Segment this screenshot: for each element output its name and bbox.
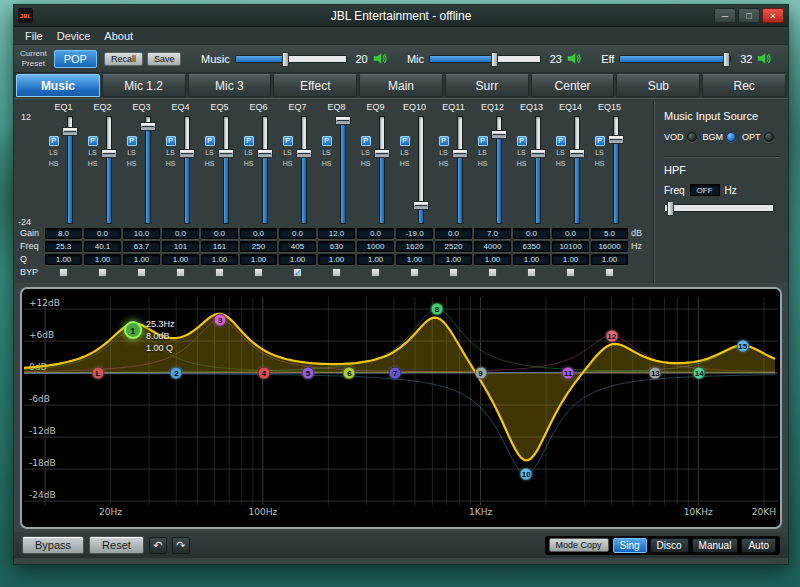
bypass-checkbox[interactable]: [98, 268, 107, 277]
filter-highshelf-button[interactable]: HS: [88, 160, 98, 168]
fader-handle[interactable]: [101, 149, 117, 158]
q-value-box[interactable]: 1.00: [201, 254, 238, 265]
gain-value-box[interactable]: 0.0: [435, 228, 472, 239]
filter-peak-button[interactable]: P: [361, 136, 371, 146]
source-vod[interactable]: VOD: [664, 132, 697, 142]
eq-gain-fader[interactable]: [294, 114, 314, 226]
filter-lowshelf-button[interactable]: LS: [517, 149, 526, 157]
fader-handle[interactable]: [491, 130, 507, 139]
reset-button[interactable]: Reset: [89, 536, 144, 554]
preset-value-button[interactable]: POP: [54, 50, 97, 68]
gain-value-box[interactable]: 0.0: [357, 228, 394, 239]
q-value-box[interactable]: 1.00: [357, 254, 394, 265]
filter-peak-button[interactable]: P: [244, 136, 254, 146]
q-value-box[interactable]: 1.00: [240, 254, 277, 265]
undo-icon[interactable]: ↶: [149, 537, 167, 554]
fader-handle[interactable]: [608, 135, 624, 144]
eq-point-15[interactable]: 15: [736, 340, 749, 353]
gain-value-box[interactable]: 0.0: [279, 228, 316, 239]
eq-gain-fader[interactable]: [567, 114, 587, 226]
filter-peak-button[interactable]: P: [166, 136, 176, 146]
bypass-checkbox[interactable]: [176, 268, 185, 277]
source-opt[interactable]: OPT: [742, 132, 774, 142]
eq-gain-fader[interactable]: [216, 114, 236, 226]
tab-mic-1-2[interactable]: Mic 1.2: [102, 74, 186, 97]
fader-handle[interactable]: [179, 149, 195, 158]
bypass-checkbox[interactable]: ✓: [293, 268, 302, 277]
freq-value-box[interactable]: 40.1: [84, 241, 121, 252]
source-bgm[interactable]: BGM: [703, 132, 737, 142]
eq-gain-fader[interactable]: [99, 114, 119, 226]
q-value-box[interactable]: 1.00: [123, 254, 160, 265]
q-value-box[interactable]: 1.00: [318, 254, 355, 265]
bypass-checkbox[interactable]: [332, 268, 341, 277]
freq-value-box[interactable]: 405: [279, 241, 316, 252]
filter-highshelf-button[interactable]: HS: [205, 160, 215, 168]
filter-lowshelf-button[interactable]: LS: [361, 149, 370, 157]
q-value-box[interactable]: 1.00: [162, 254, 199, 265]
filter-lowshelf-button[interactable]: LS: [283, 149, 292, 157]
eq-gain-fader[interactable]: [528, 114, 548, 226]
q-value-box[interactable]: 1.00: [279, 254, 316, 265]
fader-handle[interactable]: [218, 149, 234, 158]
q-value-box[interactable]: 1.00: [474, 254, 511, 265]
gain-value-box[interactable]: 0.0: [201, 228, 238, 239]
filter-peak-button[interactable]: P: [49, 136, 59, 146]
gain-value-box[interactable]: 0.0: [240, 228, 277, 239]
fader-handle[interactable]: [257, 149, 273, 158]
filter-lowshelf-button[interactable]: LS: [556, 149, 565, 157]
redo-icon[interactable]: ↷: [172, 537, 190, 554]
freq-value-box[interactable]: 250: [240, 241, 277, 252]
mode-sing[interactable]: Sing: [613, 538, 647, 553]
filter-peak-button[interactable]: P: [127, 136, 137, 146]
fader-handle[interactable]: [374, 149, 390, 158]
freq-value-box[interactable]: 1000: [357, 241, 394, 252]
eq-gain-fader[interactable]: [255, 114, 275, 226]
mode-manual[interactable]: Manual: [692, 538, 739, 553]
fader-handle[interactable]: [140, 122, 156, 131]
eq-gain-fader[interactable]: [450, 114, 470, 226]
gain-value-box[interactable]: 10.0: [123, 228, 160, 239]
filter-lowshelf-button[interactable]: LS: [88, 149, 97, 157]
filter-peak-button[interactable]: P: [556, 136, 566, 146]
freq-value-box[interactable]: 4000: [474, 241, 511, 252]
filter-lowshelf-button[interactable]: LS: [127, 149, 136, 157]
mode-auto[interactable]: Auto: [741, 538, 776, 553]
filter-lowshelf-button[interactable]: LS: [244, 149, 253, 157]
filter-lowshelf-button[interactable]: LS: [439, 149, 448, 157]
eq-point-14[interactable]: 14: [693, 367, 706, 380]
volume-slider-handle[interactable]: [282, 52, 289, 67]
freq-value-box[interactable]: 1620: [396, 241, 433, 252]
menu-about[interactable]: About: [97, 30, 140, 42]
close-button[interactable]: ×: [762, 8, 784, 23]
speaker-icon[interactable]: [567, 52, 582, 65]
source-vod-radio[interactable]: [687, 132, 697, 142]
hpf-freq-value[interactable]: OFF: [690, 184, 720, 196]
hpf-slider-handle[interactable]: [667, 201, 674, 216]
eq-point-10[interactable]: 10: [520, 468, 533, 481]
bypass-checkbox[interactable]: [215, 268, 224, 277]
hpf-slider[interactable]: [664, 204, 774, 212]
mode-copy-button[interactable]: Mode Copy: [549, 538, 609, 552]
filter-highshelf-button[interactable]: HS: [244, 160, 254, 168]
filter-peak-button[interactable]: P: [478, 136, 488, 146]
fader-handle[interactable]: [413, 201, 429, 210]
filter-highshelf-button[interactable]: HS: [595, 160, 605, 168]
eq-gain-fader[interactable]: [60, 114, 80, 226]
bypass-checkbox[interactable]: [488, 268, 497, 277]
gain-value-box[interactable]: -19.0: [396, 228, 433, 239]
eq-point-1[interactable]: 1: [124, 321, 142, 339]
title-bar[interactable]: JBL JBL Entertainment - offline ─ □ ×: [14, 5, 788, 27]
volume-slider[interactable]: [235, 55, 347, 63]
freq-value-box[interactable]: 630: [318, 241, 355, 252]
q-value-box[interactable]: 1.00: [435, 254, 472, 265]
tab-effect[interactable]: Effect: [273, 74, 357, 97]
tab-rec[interactable]: Rec: [702, 74, 786, 97]
freq-value-box[interactable]: 16000: [591, 241, 628, 252]
eq-gain-fader[interactable]: [372, 114, 392, 226]
tab-mic-3[interactable]: Mic 3: [188, 74, 272, 97]
bypass-checkbox[interactable]: [59, 268, 68, 277]
eq-point-5[interactable]: 5: [301, 367, 314, 380]
freq-value-box[interactable]: 6350: [513, 241, 550, 252]
menu-device[interactable]: Device: [50, 30, 98, 42]
